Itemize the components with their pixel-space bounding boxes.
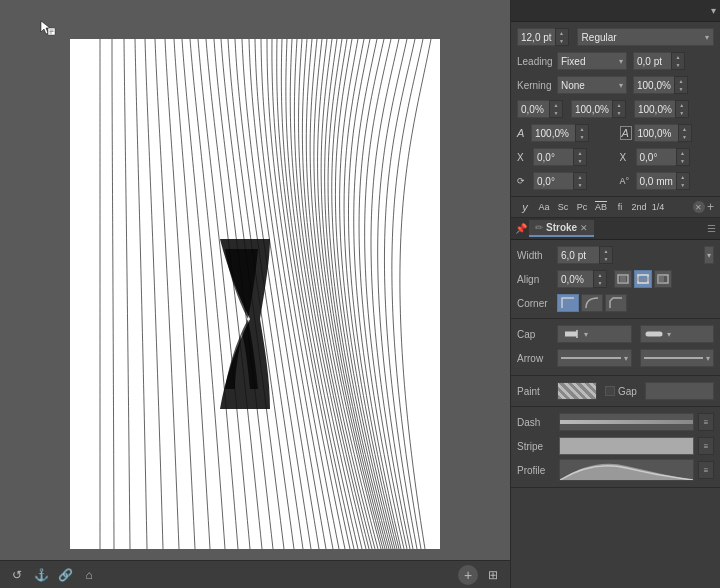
- align-inside-btn[interactable]: [614, 270, 632, 288]
- profile-options-btn[interactable]: ≡: [698, 461, 714, 479]
- char-add-icon[interactable]: +: [707, 200, 714, 214]
- stroke-tab-label[interactable]: Stroke: [546, 222, 577, 233]
- font-size-down[interactable]: ▼: [556, 37, 568, 45]
- corner-round-btn[interactable]: [581, 294, 603, 312]
- align-down[interactable]: ▼: [594, 279, 606, 287]
- leading-label: Leading: [517, 56, 555, 67]
- width-down[interactable]: ▼: [600, 255, 612, 263]
- a-scale2-down[interactable]: ▼: [679, 133, 691, 141]
- char-icons-row: y Aa Sc Pc AB fi 2nd 1/4 ✕ +: [511, 197, 720, 218]
- kerning-up[interactable]: ▲: [675, 77, 687, 85]
- width-up[interactable]: ▲: [600, 247, 612, 255]
- align-field[interactable]: 0,0% ▲ ▼: [557, 270, 607, 288]
- stripe-slider[interactable]: [559, 437, 694, 455]
- width-unit-dropdown[interactable]: ▾: [704, 246, 714, 264]
- a-scale-up[interactable]: ▲: [576, 125, 588, 133]
- font-size-field[interactable]: 12,0 pt ▲ ▼: [517, 28, 569, 46]
- stroke-tab-close[interactable]: ✕: [580, 223, 588, 233]
- tracking-up[interactable]: ▲: [550, 101, 562, 109]
- paint-swatch[interactable]: [557, 382, 597, 400]
- rotate-down[interactable]: ▼: [574, 181, 586, 189]
- home-icon[interactable]: ⌂: [80, 566, 98, 584]
- shift-field[interactable]: 0,0 mm ▲ ▼: [636, 172, 715, 190]
- align-center-btn[interactable]: [634, 270, 652, 288]
- align-label: Align: [517, 274, 555, 285]
- kerning-value-field[interactable]: 100,0% ▲ ▼: [633, 76, 688, 94]
- arrow-start-select[interactable]: ▾: [557, 349, 632, 367]
- x-up[interactable]: ▲: [574, 149, 586, 157]
- cap-row: Cap ▾ ▾: [517, 323, 714, 345]
- dash-row: Dash ≡: [517, 411, 714, 433]
- char-pc-icon[interactable]: Pc: [574, 202, 590, 212]
- scale-y-down[interactable]: ▼: [676, 109, 688, 117]
- leading-value-field[interactable]: 0,0 pt ▲ ▼: [633, 52, 685, 70]
- kerning-down[interactable]: ▼: [675, 85, 687, 93]
- add-icon[interactable]: +: [458, 565, 478, 585]
- width-label: Width: [517, 250, 555, 261]
- char-ab-icon[interactable]: AB: [593, 202, 609, 212]
- align-up[interactable]: ▲: [594, 271, 606, 279]
- cap-round-select[interactable]: ▾: [640, 325, 715, 343]
- anchor-icon[interactable]: ⚓: [32, 566, 50, 584]
- canvas-area[interactable]: ↺ ⚓ 🔗 ⌂ + ⊞: [0, 0, 510, 588]
- gap-checkbox[interactable]: [605, 386, 615, 396]
- scale-field[interactable]: 100,0% ▲ ▼: [571, 100, 626, 118]
- x-down[interactable]: ▼: [574, 157, 586, 165]
- char-fi-icon[interactable]: fi: [612, 202, 628, 212]
- dash-slider[interactable]: [559, 413, 694, 431]
- link-icon[interactable]: 🔗: [56, 566, 74, 584]
- x2-field[interactable]: 0,0° ▲ ▼: [636, 148, 715, 166]
- a-scale-down[interactable]: ▼: [576, 133, 588, 141]
- tracking-field[interactable]: 0,0% ▲ ▼: [517, 100, 563, 118]
- cap-butt-select[interactable]: ▾: [557, 325, 632, 343]
- rotate-up[interactable]: ▲: [574, 173, 586, 181]
- char-aa-icon[interactable]: Aa: [536, 202, 552, 212]
- kerning-row: Kerning None ▾ 100,0% ▲ ▼: [517, 74, 714, 96]
- x2-down[interactable]: ▼: [677, 157, 689, 165]
- dash-options-btn[interactable]: ≡: [698, 413, 714, 431]
- x2-up[interactable]: ▲: [677, 149, 689, 157]
- char-y-icon[interactable]: y: [517, 201, 533, 213]
- dash-section: Dash ≡ Stripe ≡ Profile ≡: [511, 407, 720, 488]
- stroke-menu-icon[interactable]: ☰: [707, 223, 716, 234]
- leading-type-dropdown[interactable]: Fixed ▾: [557, 52, 627, 70]
- svg-rect-1: [48, 28, 55, 35]
- width-field[interactable]: 6,0 pt ▲ ▼: [557, 246, 697, 264]
- kerning-type-dropdown[interactable]: None ▾: [557, 76, 627, 94]
- stroke-pin-icon[interactable]: 📌: [515, 223, 527, 234]
- char-14-icon[interactable]: 1/4: [650, 202, 666, 212]
- stripe-options-btn[interactable]: ≡: [698, 437, 714, 455]
- scale-x-down[interactable]: ▼: [613, 109, 625, 117]
- panel-chevron-icon[interactable]: ▾: [711, 5, 716, 16]
- scale-y-field[interactable]: 100,0% ▲ ▼: [634, 100, 689, 118]
- bottom-toolbar: ↺ ⚓ 🔗 ⌂ + ⊞: [0, 560, 510, 588]
- profile-slider[interactable]: [559, 459, 694, 481]
- rotate-field[interactable]: 0,0° ▲ ▼: [533, 172, 612, 190]
- shift-up[interactable]: ▲: [677, 173, 689, 181]
- align-outside-btn[interactable]: [654, 270, 672, 288]
- scale-y-up[interactable]: ▲: [676, 101, 688, 109]
- corner-miter-btn[interactable]: [557, 294, 579, 312]
- width-row: Width 6,0 pt ▲ ▼ ▾: [517, 244, 714, 266]
- font-style-dropdown[interactable]: Regular ▾: [577, 28, 714, 46]
- a-scale-field[interactable]: 100,0% ▲ ▼: [531, 124, 612, 142]
- x-field[interactable]: 0,0° ▲ ▼: [533, 148, 612, 166]
- gap-field[interactable]: [645, 382, 714, 400]
- char-sc-icon[interactable]: Sc: [555, 202, 571, 212]
- char-close-icon[interactable]: ✕: [693, 201, 705, 213]
- leading-up[interactable]: ▲: [672, 53, 684, 61]
- leading-down[interactable]: ▼: [672, 61, 684, 69]
- arrow-end-select[interactable]: ▾: [640, 349, 715, 367]
- grid-icon[interactable]: ⊞: [484, 566, 502, 584]
- font-size-up[interactable]: ▲: [556, 29, 568, 37]
- a-scale2-field[interactable]: 100,0% ▲ ▼: [634, 124, 715, 142]
- scale-x-up[interactable]: ▲: [613, 101, 625, 109]
- shift-down[interactable]: ▼: [677, 181, 689, 189]
- a-scale2-up[interactable]: ▲: [679, 125, 691, 133]
- rotate-icon[interactable]: ↺: [8, 566, 26, 584]
- leading-row: Width Leading Fixed ▾ 0,0 pt ▲ ▼: [517, 50, 714, 72]
- xy-row: X 0,0° ▲ ▼ X 0,0° ▲ ▼: [517, 146, 714, 168]
- corner-bevel-btn[interactable]: [605, 294, 627, 312]
- char-2nd-icon[interactable]: 2nd: [631, 202, 647, 212]
- tracking-down[interactable]: ▼: [550, 109, 562, 117]
